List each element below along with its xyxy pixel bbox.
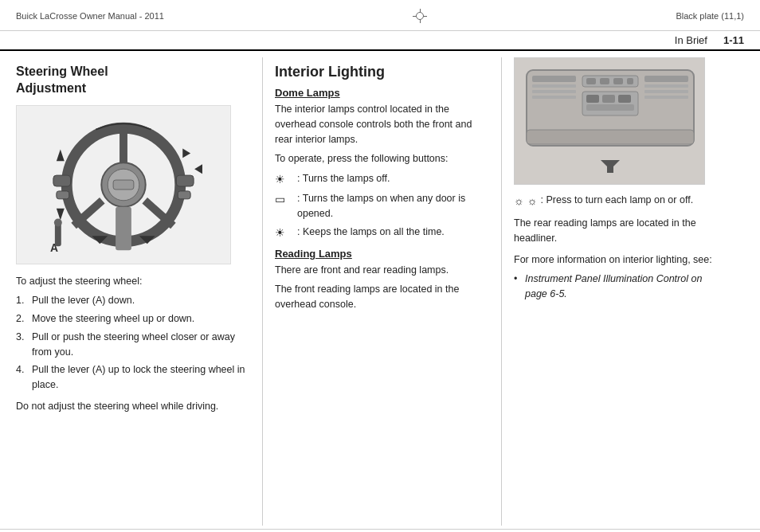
svg-rect-25	[532, 76, 576, 82]
steering-wheel-image: A	[16, 105, 231, 264]
right-section: ☼ ☼ : Press to turn each lamp on or off.…	[502, 57, 725, 526]
more-info-text: For more information on interior lightin…	[514, 252, 725, 268]
dome-operate-intro: To operate, press the following buttons:	[275, 151, 489, 166]
interior-lighting-title: Interior Lighting	[275, 64, 489, 80]
svg-point-19	[54, 218, 62, 226]
bullet-item: Instrument Panel Illumination Control on…	[514, 272, 725, 302]
crosshair-icon	[410, 6, 429, 25]
svg-rect-11	[176, 175, 194, 186]
svg-rect-40	[602, 95, 615, 103]
svg-rect-42	[586, 104, 634, 111]
header-left: Buick LaCrosse Owner Manual - 2011	[16, 11, 164, 21]
header-right: Black plate (11,1)	[676, 11, 744, 21]
svg-rect-35	[600, 78, 609, 84]
lamp-auto-icon: ▭	[275, 191, 294, 208]
svg-rect-26	[532, 84, 576, 88]
lamp-on-icon: ☀	[275, 225, 294, 241]
page-footer	[0, 529, 760, 532]
svg-rect-32	[644, 96, 688, 99]
svg-rect-4	[113, 180, 134, 190]
svg-rect-27	[532, 90, 576, 93]
right-icon-row: ☼ ☼ : Press to turn each lamp on or off.	[514, 193, 725, 209]
list-item: 2.Move the steering wheel up or down.	[16, 311, 250, 327]
svg-rect-12	[178, 191, 190, 199]
steering-steps: 1.Pull the lever (A) down. 2.Move the st…	[16, 293, 250, 393]
dome-icon-row-1: ☀ : Turns the lamps off.	[275, 171, 489, 188]
dome-lamps-subtitle: Dome Lamps	[275, 87, 489, 99]
steering-title: Steering Wheel Adjustment	[16, 64, 250, 97]
page-number-bar: In Brief 1-11	[0, 31, 760, 51]
svg-rect-43	[527, 130, 694, 144]
svg-rect-29	[644, 76, 688, 82]
reading-lamps-text1: There are front and rear reading lamps.	[275, 263, 489, 278]
header-center	[410, 6, 429, 25]
svg-rect-36	[613, 78, 623, 84]
svg-rect-39	[586, 95, 599, 103]
list-item: 1.Pull the lever (A) down.	[16, 293, 250, 308]
main-content: Steering Wheel Adjustment	[0, 57, 760, 526]
dome-icon-row-3: ☀ : Keeps the lamps on all the time.	[275, 225, 489, 241]
reading-lamp-icon: ☼ ☼	[514, 193, 538, 209]
svg-rect-37	[627, 78, 633, 84]
list-item: 3.Pull or push the steering wheel closer…	[16, 330, 250, 360]
steering-intro: To adjust the steering wheel:	[16, 274, 250, 289]
overhead-console-image	[514, 57, 705, 185]
reading-lamps-text2: The front reading lamps are located in t…	[275, 282, 489, 312]
page-number: 1-11	[723, 34, 744, 46]
dome-lamps-intro: The interior lamps control located in th…	[275, 102, 489, 147]
svg-rect-31	[644, 90, 688, 93]
page-label: In Brief	[675, 34, 707, 46]
steering-wheel-section: Steering Wheel Adjustment	[16, 57, 263, 526]
svg-rect-41	[618, 95, 631, 103]
svg-rect-45	[607, 160, 613, 173]
reading-lamps-subtitle: Reading Lamps	[275, 248, 489, 260]
svg-rect-28	[532, 96, 576, 99]
svg-rect-34	[586, 78, 596, 84]
svg-rect-10	[57, 191, 69, 199]
rear-lamps-text: The rear reading lamps are located in th…	[514, 216, 725, 246]
svg-rect-9	[53, 175, 71, 186]
dome-icon-row-2: ▭ : Turns the lamps on when any door is …	[275, 191, 489, 221]
lamp-off-icon: ☀	[275, 171, 294, 188]
svg-rect-20	[116, 206, 131, 249]
steering-warning: Do not adjust the steering wheel while d…	[16, 399, 250, 414]
list-item: 4.Pull the lever (A) up to lock the stee…	[16, 362, 250, 393]
page-header: Buick LaCrosse Owner Manual - 2011 Black…	[0, 0, 760, 31]
svg-rect-30	[644, 84, 688, 88]
interior-lighting-section: Interior Lighting Dome Lamps The interio…	[263, 57, 502, 526]
